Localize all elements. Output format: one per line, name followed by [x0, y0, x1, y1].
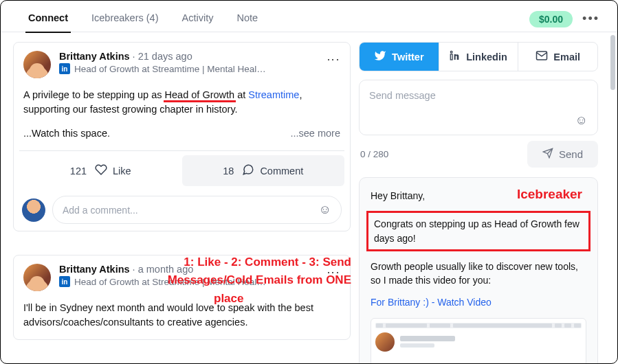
send-icon: [542, 148, 553, 161]
post-author-line: Brittany Atkins · a month ago: [59, 264, 327, 275]
channel-twitter[interactable]: Twitter: [360, 43, 439, 71]
icebreaker-label: Icebreaker: [517, 185, 582, 204]
compose-box[interactable]: Send message ☺: [359, 80, 598, 135]
avatar[interactable]: [23, 51, 51, 78]
feed-column: Brittany Atkins · 21 days ago in Head of…: [1, 32, 356, 363]
video-link[interactable]: For Brittany :) - Watch Video: [371, 297, 492, 308]
balance-pill[interactable]: $0.00: [529, 11, 573, 27]
twitter-icon: [374, 49, 386, 64]
email-icon: [536, 49, 548, 64]
linkedin-badge-icon: in: [59, 276, 70, 287]
svg-rect-0: [451, 54, 453, 60]
heart-icon: [95, 163, 107, 178]
compose-placeholder: Send message: [369, 90, 588, 111]
post-author-line: Brittany Atkins · 21 days ago: [59, 51, 327, 62]
post-age: 21 days ago: [138, 51, 192, 62]
char-counter: 0 / 280: [360, 149, 388, 159]
icebreaker-highlight: Congrats on stepping up as Head of Growt…: [366, 211, 591, 251]
see-more-link[interactable]: ...see more: [290, 126, 340, 141]
company-link[interactable]: Streamtime: [248, 89, 299, 100]
author-headline: Head of Growth at Streamtime | Mental He…: [74, 277, 266, 287]
send-button[interactable]: Send: [527, 141, 598, 168]
author-name[interactable]: Brittany Atkins: [59, 264, 130, 275]
comment-icon: [242, 163, 254, 178]
preview-avatar: [375, 332, 395, 352]
channel-email[interactable]: Email: [518, 43, 597, 71]
post-body: I'll be in Sydney next month and would l…: [14, 295, 350, 332]
post-age: a month ago: [138, 264, 194, 275]
tab-note[interactable]: Note: [234, 5, 261, 33]
highlighted-role: Head of Growth: [165, 89, 235, 100]
channel-tabs: Twitter Linkedin Email: [359, 42, 598, 71]
tab-activity[interactable]: Activity: [179, 5, 217, 33]
emoji-icon[interactable]: ☺: [575, 113, 588, 127]
header-tabs: Connect Icebreakers (4) Activity Note $0…: [1, 1, 617, 32]
emoji-icon[interactable]: ☺: [319, 203, 331, 217]
post-body: A privilege to be stepping up as Head of…: [14, 82, 350, 144]
svg-point-1: [451, 51, 453, 53]
message-body: Growth people usually like to discover n…: [371, 260, 586, 288]
channel-linkedin[interactable]: Linkedin: [439, 43, 519, 71]
post-card: Brittany Atkins · 21 days ago in Head of…: [13, 42, 351, 231]
author-name[interactable]: Brittany Atkins: [59, 51, 130, 62]
linkedin-badge-icon: in: [59, 63, 70, 74]
post-menu-icon[interactable]: ⋮: [327, 51, 340, 69]
comment-input[interactable]: Add a comment... ☺: [52, 196, 342, 224]
comment-button[interactable]: 18 Comment: [182, 155, 345, 186]
linkedin-icon: [450, 50, 461, 63]
video-preview[interactable]: [371, 318, 586, 364]
like-button[interactable]: 121 Like: [19, 151, 182, 190]
post-menu-icon[interactable]: ⋮: [327, 264, 340, 282]
avatar[interactable]: [23, 264, 51, 291]
tab-icebreakers[interactable]: Icebreakers (4): [89, 5, 162, 33]
preview-name: [400, 336, 455, 341]
tab-connect[interactable]: Connect: [25, 5, 71, 33]
commenter-avatar[interactable]: [22, 198, 45, 222]
post-card: Brittany Atkins · a month ago in Head of…: [13, 255, 351, 340]
scrollbar[interactable]: [610, 35, 615, 90]
messaging-panel: Twitter Linkedin Email Send message ☺ 0 …: [356, 32, 617, 363]
author-headline: Head of Growth at Streamtime | Mental He…: [74, 64, 266, 74]
more-menu-icon[interactable]: •••: [582, 12, 604, 26]
suggested-message: Icebreaker Hey Brittany, Congrats on ste…: [359, 177, 598, 364]
